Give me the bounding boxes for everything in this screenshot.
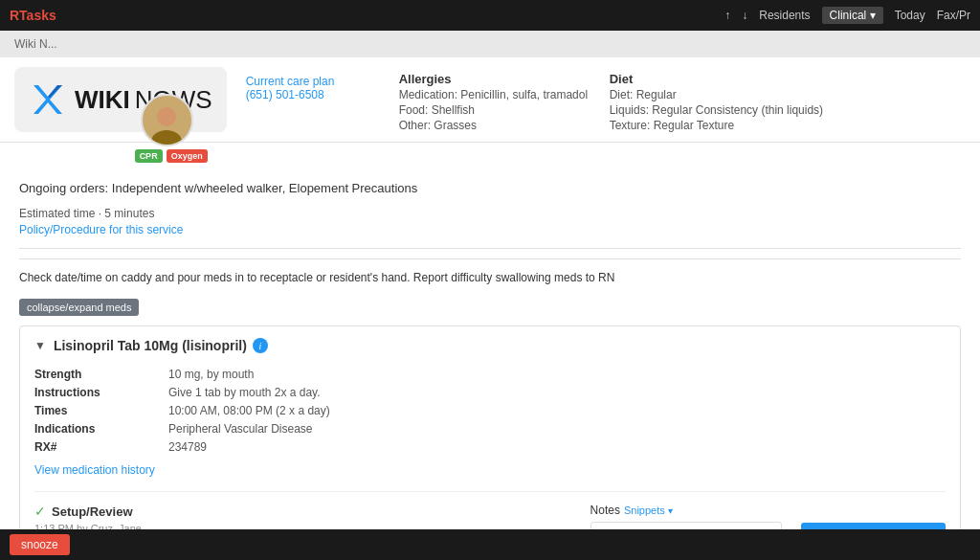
rx-value: 234789 — [168, 440, 946, 454]
diet-value: Diet: Regular — [610, 88, 823, 101]
contact-info: Current care plan (651) 501-6508 — [246, 67, 380, 132]
view-history-link[interactable]: View medication history — [34, 463, 946, 477]
rx-label: RX# — [34, 440, 159, 454]
cpr-badge: CPR — [135, 149, 163, 163]
nav-down-arrow[interactable]: ↓ — [742, 9, 747, 22]
med-details: Strength 10 mg, by mouth Instructions Gi… — [34, 368, 946, 454]
svg-point-0 — [157, 107, 176, 126]
allergy-medication: Medication: Penicillin, sulfa, tramadol — [399, 88, 590, 101]
indications-label: Indications — [34, 422, 159, 436]
main-container: WIKI NOWS CPR Oxygen Current care plan (… — [0, 57, 980, 560]
bottom-bar: snooze — [0, 529, 980, 560]
logo-area: WIKI NOWS CPR Oxygen — [14, 67, 227, 132]
med-title: Lisinopril Tab 10Mg (lisinopril) — [54, 338, 247, 353]
allergy-food: Food: Shellfish — [399, 103, 590, 117]
logo-wiki: WIKI — [75, 85, 130, 115]
nav-residents[interactable]: Residents — [759, 9, 810, 22]
logo-icon — [29, 80, 71, 119]
snooze-button[interactable]: snooze — [10, 534, 70, 555]
snippets-link[interactable]: Snippets ▾ — [624, 504, 673, 516]
nav-clinical[interactable]: Clinical ▾ — [822, 7, 883, 24]
medication-card: ▼ Lisinopril Tab 10Mg (lisinopril) i Str… — [19, 325, 961, 560]
instruction-text: Check date/time on caddy and pour meds i… — [19, 258, 961, 284]
strength-label: Strength — [34, 368, 159, 381]
times-value: 10:00 AM, 08:00 PM (2 x a day) — [168, 404, 946, 417]
allergy-other: Other: Grasses — [399, 119, 590, 132]
content-area: Ongoing orders: Independent w/wheeled wa… — [0, 143, 980, 560]
times-label: Times — [34, 404, 159, 417]
ongoing-orders: Ongoing orders: Independent w/wheeled wa… — [19, 181, 961, 195]
phone-number: (651) 501-6508 — [246, 88, 380, 101]
diet-section: Diet Diet: Regular Liquids: Regular Cons… — [610, 67, 823, 132]
top-navigation: RTasks ↑ ↓ Residents Clinical ▾ Today Fa… — [0, 0, 980, 31]
expand-arrow-icon[interactable]: ▼ — [34, 339, 46, 352]
oxygen-badge: Oxygen — [167, 149, 208, 163]
collapse-meds-button[interactable]: collapse/expand meds — [19, 299, 139, 316]
svg-point-1 — [151, 130, 182, 145]
notes-label: Notes — [590, 504, 620, 517]
med-title-row: ▼ Lisinopril Tab 10Mg (lisinopril) i — [34, 338, 946, 353]
info-icon[interactable]: i — [253, 338, 268, 353]
nav-fax[interactable]: Fax/Pr — [937, 9, 970, 22]
snippets-arrow-icon: ▾ — [668, 505, 673, 516]
resident-badges: CPR Oxygen — [135, 149, 208, 163]
instructions-value: Give 1 tab by mouth 2x a day. — [168, 386, 946, 399]
instructions-label: Instructions — [34, 386, 159, 399]
diet-texture: Texture: Regular Texture — [610, 119, 823, 132]
allergies-title: Allergies — [399, 72, 590, 86]
resident-avatar — [141, 94, 193, 146]
setup-title-row: ✓ Setup/Review — [34, 504, 571, 519]
notes-label-row: Notes Snippets ▾ — [590, 504, 782, 517]
estimated-time: Estimated time · 5 minutes — [19, 207, 961, 220]
indications-value: Peripheral Vascular Disease — [168, 422, 946, 436]
care-plan-link[interactable]: Current care plan — [246, 75, 380, 88]
nav-today[interactable]: Today — [895, 9, 925, 22]
check-icon: ✓ — [34, 504, 46, 519]
strip-label: Wiki N... — [14, 37, 57, 51]
nav-up-arrow[interactable]: ↑ — [724, 9, 730, 22]
header-section: WIKI NOWS CPR Oxygen Current care plan (… — [0, 57, 980, 143]
diet-liquids: Liquids: Regular Consistency (thin liqui… — [610, 103, 823, 117]
strength-value: 10 mg, by mouth — [168, 368, 946, 381]
diet-title: Diet — [610, 72, 823, 86]
brand-logo: RTasks — [10, 8, 56, 23]
header-strip: Wiki N... — [0, 31, 980, 57]
setup-title: Setup/Review — [52, 504, 133, 519]
allergies-section: Allergies Medication: Penicillin, sulfa,… — [399, 67, 590, 132]
policy-link[interactable]: Policy/Procedure for this service — [19, 223, 961, 236]
